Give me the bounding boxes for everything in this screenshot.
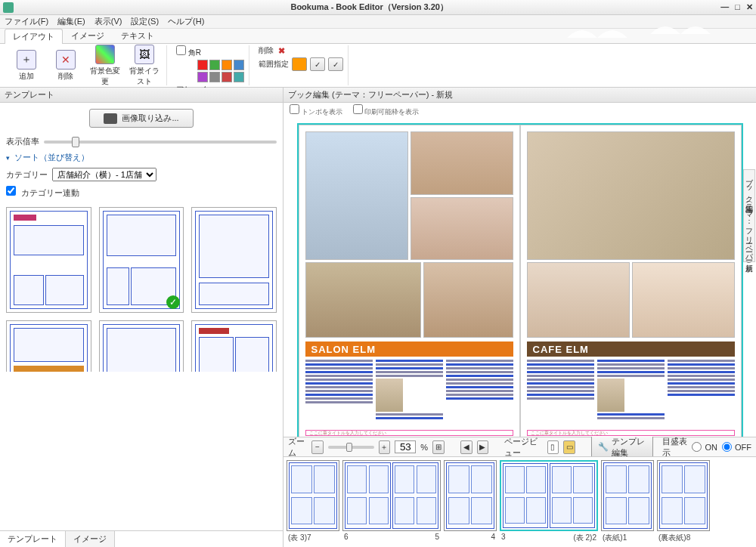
photo-placeholder[interactable] xyxy=(305,131,408,260)
menu-view[interactable]: 表示(V) xyxy=(94,16,122,27)
add-button[interactable]: ＋ 追加 xyxy=(9,50,44,82)
canvas[interactable]: SALON ELM ここに章 xyxy=(284,119,756,437)
left-tab-image[interactable]: イメージ xyxy=(66,531,115,547)
swatch[interactable] xyxy=(209,60,220,70)
filmstrip-item[interactable]: 4 xyxy=(444,460,497,544)
menubar: ファイル(F) 編集(E) 表示(V) 設定(S) ヘルプ(H) xyxy=(0,15,756,29)
text-column[interactable] xyxy=(597,360,665,421)
filmstrip-item[interactable]: (表 3)7 xyxy=(287,460,339,544)
import-images-button[interactable]: 画像取り込み... xyxy=(89,109,193,128)
page-title-left[interactable]: SALON ELM xyxy=(305,341,513,357)
filmstrip-item[interactable]: 65 xyxy=(342,460,441,544)
category-label: カテゴリー xyxy=(6,169,48,181)
delete-icon: ✕ xyxy=(56,50,76,70)
grid-on-radio[interactable]: ON xyxy=(692,442,717,452)
photo-placeholder[interactable] xyxy=(632,262,735,338)
template-zoom-slider[interactable] xyxy=(44,141,277,144)
left-bottom-tabs: テンプレート イメージ xyxy=(0,530,283,547)
template-panel: テンプレート 画像取り込み... 表示倍率 ▾ ソート（並び替え） カテゴリー … xyxy=(0,88,284,547)
swatch[interactable] xyxy=(234,72,244,82)
filmstrip-item[interactable]: 3(表 2)2 xyxy=(500,460,598,544)
next-page-button[interactable]: ▶ xyxy=(477,440,489,454)
bottom-controls: ズーム − ＋ % ⊞ ◀ ▶ ページビュー ▯ ▭ 🔧 テンプレ編集 目盛表示… xyxy=(284,437,756,456)
pageview-single-button[interactable]: ▯ xyxy=(547,440,559,454)
swatch[interactable] xyxy=(209,72,220,82)
delete-range-icon[interactable]: ✖ xyxy=(278,46,285,56)
fit-button[interactable]: ⊞ xyxy=(432,440,445,454)
page-title-right[interactable]: CAFE ELM xyxy=(527,341,735,357)
template-thumb[interactable] xyxy=(6,320,91,372)
bgillust-button[interactable]: 🖼 背景イラスト xyxy=(127,45,162,87)
chapter-title-input[interactable]: ここに章タイトルを入力してください xyxy=(305,430,513,436)
category-select[interactable]: 店舗紹介（横）- 1店舗 xyxy=(52,168,156,181)
grid-off-radio[interactable]: OFF xyxy=(722,442,751,452)
swatch[interactable] xyxy=(222,72,232,82)
window-title: Bookuma - Book Editor（Version 3.20） xyxy=(18,2,720,13)
range-btn-3[interactable]: ✓ xyxy=(328,57,343,71)
text-column[interactable] xyxy=(305,360,373,421)
ribbon-tab-layout[interactable]: レイアウト xyxy=(5,29,63,44)
menu-edit[interactable]: 編集(E) xyxy=(57,16,85,27)
maximize-button[interactable]: □ xyxy=(735,2,740,12)
photo-placeholder[interactable] xyxy=(423,262,513,338)
template-thumb[interactable]: ✓ xyxy=(99,207,184,313)
template-panel-header: テンプレート xyxy=(0,88,283,103)
template-thumb[interactable] xyxy=(191,320,277,372)
corner-r-checkbox[interactable] xyxy=(176,45,186,55)
delete-button[interactable]: ✕ 削除 xyxy=(48,50,83,82)
photo-placeholder[interactable] xyxy=(411,197,513,261)
chapter-title-input[interactable]: ここに章タイトルを入力してください xyxy=(527,430,735,436)
photo-placeholder[interactable] xyxy=(376,379,403,412)
pageview-spread-button[interactable]: ▭ xyxy=(563,440,575,454)
menu-settings[interactable]: 設定(S) xyxy=(131,16,159,27)
canvas-header: ブック編集 (テーマ：フリーペーパー) - 新規 xyxy=(284,88,756,103)
swatch[interactable] xyxy=(222,60,232,70)
ribbon-tab-image[interactable]: イメージ xyxy=(63,28,113,43)
template-thumb[interactable] xyxy=(6,207,91,313)
text-column[interactable] xyxy=(446,360,513,421)
text-column[interactable] xyxy=(527,360,594,421)
spread[interactable]: SALON ELM ここに章 xyxy=(297,123,743,437)
titlebar: Bookuma - Book Editor（Version 3.20） — □ … xyxy=(0,0,756,15)
menu-help[interactable]: ヘルプ(H) xyxy=(168,16,204,27)
wrench-icon: 🔧 xyxy=(598,442,609,452)
prev-page-button[interactable]: ◀ xyxy=(460,440,472,454)
swatch[interactable] xyxy=(197,72,208,82)
category-sync-checkbox[interactable]: カテゴリー連動 xyxy=(6,186,79,199)
photo-placeholder[interactable] xyxy=(305,262,421,338)
ribbon: ＋ 追加 ✕ 削除 背景色変更 🖼 背景イラスト 角R xyxy=(0,44,756,88)
page-left[interactable]: SALON ELM ここに章 xyxy=(299,125,520,437)
vertical-tab[interactable]: ブック編集（テーマ：フリーペーパー） 新規 xyxy=(743,169,755,262)
filmstrip-item[interactable]: (表紙)1 xyxy=(601,460,654,544)
page-right[interactable]: CAFE ELM ここに章タ xyxy=(520,125,742,437)
photo-placeholder[interactable] xyxy=(597,379,624,412)
filmstrip-label: 65 xyxy=(342,533,441,541)
text-column[interactable] xyxy=(376,360,443,421)
template-thumb[interactable] xyxy=(99,320,184,372)
zoom-out-button[interactable]: − xyxy=(311,440,324,454)
swatch[interactable] xyxy=(234,60,244,70)
minimize-button[interactable]: — xyxy=(720,2,729,12)
filmstrip-item[interactable]: (裏表紙)8 xyxy=(657,460,710,544)
ribbon-tab-text[interactable]: テキスト xyxy=(113,28,163,43)
show-safe-checkbox[interactable]: 印刷可能枠を表示 xyxy=(353,104,420,117)
template-thumb[interactable] xyxy=(191,207,277,313)
range-btn-2[interactable]: ✓ xyxy=(310,57,325,71)
text-column[interactable] xyxy=(668,360,735,421)
zoom-value-input[interactable] xyxy=(395,440,416,453)
filmstrip: (表 3)76543(表 2)2(表紙)1(裏表紙)8 xyxy=(284,456,756,547)
photo-placeholder[interactable] xyxy=(411,131,513,195)
swatch[interactable] xyxy=(197,60,208,70)
left-tab-template[interactable]: テンプレート xyxy=(0,531,66,547)
bgcolor-button[interactable]: 背景色変更 xyxy=(88,45,122,87)
zoom-in-button[interactable]: ＋ xyxy=(379,440,391,454)
sort-toggle[interactable]: ▾ ソート（並び替え） xyxy=(0,150,283,165)
show-trim-checkbox[interactable]: トンボを表示 xyxy=(290,104,342,117)
zoom-slider[interactable] xyxy=(328,446,374,449)
range-btn-1[interactable] xyxy=(292,57,307,71)
menu-file[interactable]: ファイル(F) xyxy=(5,16,48,27)
editor-area: ブック編集 (テーマ：フリーペーパー) - 新規 トンボを表示 印刷可能枠を表示 xyxy=(284,88,756,547)
photo-placeholder[interactable] xyxy=(527,262,630,338)
photo-placeholder[interactable] xyxy=(527,131,735,260)
close-button[interactable]: ✕ xyxy=(746,2,753,12)
